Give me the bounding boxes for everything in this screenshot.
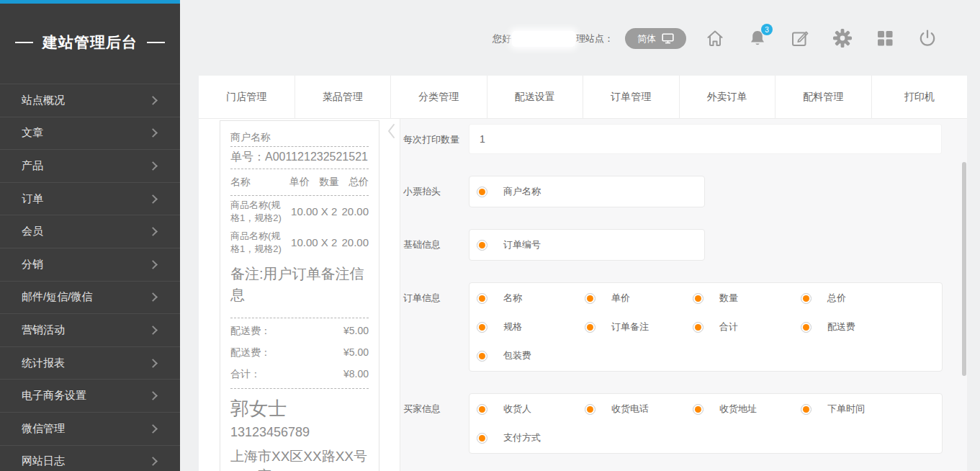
option-grid: 订单编号 — [469, 230, 704, 259]
receipt-items: 商品名称(规格1，规格2)10.00 X 220.00商品名称(规格1，规格2)… — [230, 196, 369, 258]
radio-option[interactable]: 订单备注 — [577, 313, 685, 341]
option-box: 订单编号 — [469, 229, 705, 261]
sidebar-item-label: 订单 — [22, 192, 150, 206]
radio-option[interactable]: 规格 — [469, 313, 577, 341]
home-icon — [705, 28, 725, 48]
settings-section-label: 买家信息 — [402, 393, 469, 454]
radio-option[interactable]: 数量 — [685, 284, 794, 313]
print-count-input[interactable] — [469, 124, 942, 154]
radio-selected-icon — [477, 322, 487, 333]
receipt-item-price: 10.00 X 2 — [287, 236, 341, 248]
radio-option[interactable]: 商户名称 — [469, 177, 577, 206]
header: 您好 理站点： 简体 3 — [180, 0, 980, 76]
tab[interactable]: 门店管理 — [199, 76, 295, 118]
radio-option-label: 下单时间 — [827, 403, 865, 416]
sidebar-item[interactable]: 站点概况 — [0, 84, 180, 117]
radio-selected-icon — [693, 322, 703, 333]
tab[interactable]: 菜品管理 — [295, 76, 391, 118]
power-icon — [917, 28, 938, 48]
chevron-left-icon — [387, 123, 396, 139]
receipt-item-name: 商品名称(规格1，规格2) — [230, 199, 287, 224]
sidebar-item-label: 邮件/短信/微信 — [22, 290, 150, 304]
radio-option[interactable]: 订单编号 — [469, 230, 577, 259]
receipt-preview: 商户名称 单号：A001121232521521 名称单价数量总价 商品名称(规… — [220, 120, 379, 471]
redacted-username — [512, 31, 575, 47]
radio-option[interactable]: 总价 — [794, 284, 902, 313]
sidebar-top-strip — [0, 0, 180, 4]
chevron-right-icon — [148, 457, 158, 466]
app-title-text: 建站管理后台 — [42, 32, 138, 53]
scrollbar-thumb[interactable] — [962, 162, 966, 376]
radio-option[interactable]: 收货人 — [469, 395, 577, 423]
radio-option-label: 收货电话 — [611, 403, 649, 416]
settings-section-row: 小票抬头商户名称 — [402, 176, 967, 207]
sidebar-item-label: 网站日志 — [22, 454, 150, 468]
tab[interactable]: 订单管理 — [583, 76, 679, 118]
settings-button[interactable] — [832, 26, 853, 50]
sidebar-item[interactable]: 网站日志 — [0, 445, 180, 471]
receipt-note: 备注:用户订单备注信息 — [230, 258, 369, 318]
settings-section-row: 订单信息名称单价数量总价规格订单备注合计配送费包装费 — [402, 282, 967, 372]
radio-option[interactable]: 名称 — [469, 284, 577, 313]
tab[interactable]: 打印机 — [871, 76, 968, 118]
greeting-text: 您好 理站点： — [493, 30, 613, 48]
language-pill[interactable]: 简体 — [625, 28, 686, 49]
receipt-buyer-block: 郭女士 13123456789 上海市XX区XX路XX号XXX室 — [230, 389, 369, 471]
home-button[interactable] — [705, 26, 725, 50]
receipt-item-row: 商品名称(规格1，规格2)10.00 X 220.00 — [230, 196, 369, 227]
buyer-phone: 13123456789 — [230, 425, 369, 440]
receipt-fee-value: ¥5.00 — [343, 346, 369, 359]
tab[interactable]: 分类管理 — [390, 76, 487, 118]
radio-selected-icon — [477, 187, 487, 197]
sidebar-item[interactable]: 邮件/短信/微信 — [0, 281, 180, 314]
sidebar-item[interactable]: 文章 — [0, 117, 180, 150]
radio-selected-icon — [801, 322, 812, 333]
greeting-suffix: 理站点： — [576, 32, 613, 45]
title-dash-left — [15, 42, 33, 43]
logout-button[interactable] — [917, 26, 938, 50]
compose-button[interactable] — [790, 26, 810, 50]
radio-option[interactable]: 包装费 — [469, 341, 577, 370]
tab[interactable]: 配料管理 — [775, 76, 871, 118]
sidebar-item[interactable]: 营销活动 — [0, 313, 180, 346]
apps-button[interactable] — [875, 26, 895, 50]
option-grid: 名称单价数量总价规格订单备注合计配送费包装费 — [469, 284, 942, 370]
radio-option[interactable]: 配送费 — [794, 313, 902, 341]
radio-option[interactable]: 合计 — [685, 313, 794, 341]
radio-option[interactable]: 收货地址 — [685, 395, 794, 423]
radio-option-label: 包装费 — [503, 349, 531, 362]
radio-option[interactable]: 支付方式 — [469, 423, 577, 452]
receipt-column-label: 单价 — [289, 176, 310, 189]
sidebar-item[interactable]: 电子商务设置 — [0, 379, 180, 412]
sidebar-item[interactable]: 会员 — [0, 215, 180, 248]
radio-selected-icon — [693, 404, 703, 415]
radio-option[interactable]: 收货电话 — [577, 395, 685, 423]
radio-selected-icon — [477, 240, 487, 251]
radio-option-label: 名称 — [503, 292, 522, 305]
sidebar-item[interactable]: 分销 — [0, 248, 180, 281]
receipt-column-headers: 名称单价数量总价 — [230, 169, 369, 196]
monitor-icon — [662, 33, 674, 44]
sidebar-item-label: 电子商务设置 — [22, 389, 150, 403]
sidebar-item[interactable]: 产品 — [0, 149, 180, 182]
radio-selected-icon — [477, 404, 487, 415]
sidebar-item[interactable]: 微信管理 — [0, 412, 180, 445]
sidebar-menu: 站点概况文章产品订单会员分销邮件/短信/微信营销活动统计报表电子商务设置微信管理… — [0, 84, 180, 471]
sidebar-item-label: 分销 — [22, 258, 150, 272]
radio-option[interactable]: 下单时间 — [794, 395, 902, 423]
receipt-item-price: 10.00 X 2 — [287, 205, 341, 217]
receipt-column-label: 名称 — [230, 176, 280, 189]
chevron-right-icon — [148, 161, 158, 171]
tab[interactable]: 外卖订单 — [679, 76, 776, 118]
tab[interactable]: 配送设置 — [487, 76, 583, 118]
printer-settings-pane: 每次打印数量 小票抬头商户名称基础信息订单编号订单信息名称单价数量总价规格订单备… — [400, 119, 967, 471]
sidebar-item-label: 统计报表 — [22, 356, 150, 370]
sidebar-item[interactable]: 订单 — [0, 182, 180, 215]
sidebar-item-label: 产品 — [22, 159, 150, 173]
collapse-receipt-handle[interactable] — [387, 123, 396, 142]
sidebar-item[interactable]: 统计报表 — [0, 346, 180, 380]
receipt-fee-value: ¥8.00 — [343, 368, 369, 381]
notifications-button[interactable]: 3 — [747, 26, 768, 50]
receipt-fee-row: 合计：¥8.00 — [230, 364, 369, 385]
radio-option[interactable]: 单价 — [577, 284, 685, 313]
